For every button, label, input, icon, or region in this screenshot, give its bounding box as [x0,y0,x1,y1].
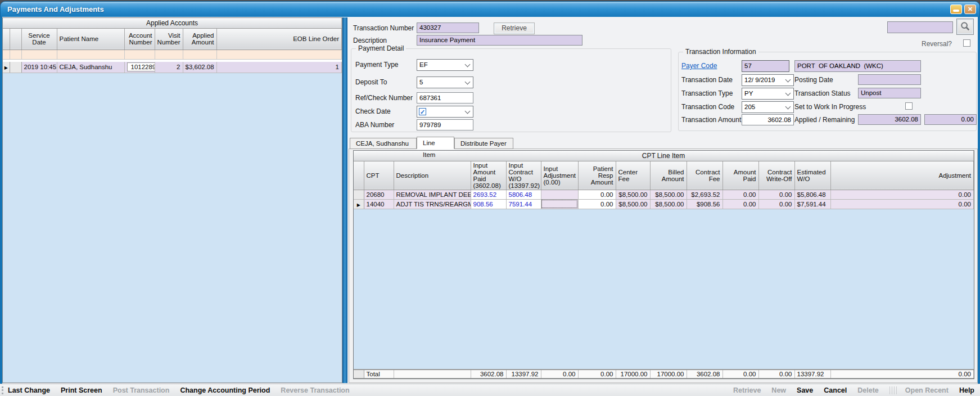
cell-contract-fee[interactable]: $2,693.52 [687,190,722,199]
col-contract-fee[interactable]: Contract Fee [687,161,722,190]
row-marker-icon [354,199,364,209]
cpt-row[interactable]: 20680 REMOVAL IMPLANT DEEP 2693.52 5806.… [354,190,974,199]
transaction-amount-field[interactable]: 3602.08 [742,114,794,125]
payer-code-link[interactable]: Payer Code [681,62,717,70]
check-date-picker[interactable]: 12/ 8/2019 [417,106,473,118]
col-adjustment[interactable]: Adjustment [830,161,974,190]
retrieve-button: Retrieve [733,386,761,394]
cell-eob-line-order[interactable]: 1 [216,62,342,73]
cell-description[interactable]: REMOVAL IMPLANT DEEP [394,190,471,199]
cell-input-adjustment-focused[interactable] [541,199,578,209]
cell-amount-paid[interactable]: 0.00 [722,190,758,199]
posting-date-label: Posting Date [794,76,833,84]
cell-input-contract-wo[interactable]: 5806.48 [506,190,541,199]
titlebar[interactable]: Payments And Adjustments [0,1,980,17]
cell-patient-name[interactable]: CEJA, Sudhanshu [57,62,124,73]
total-input-amount-paid: 3602.08 [471,370,506,379]
deposit-to-select[interactable]: 5 [417,76,473,88]
col-center-fee[interactable]: Center Fee [616,161,650,190]
cell-account-number[interactable]: 1012289 [124,62,155,73]
print-screen-button[interactable]: Print Screen [61,386,102,394]
tab-distribute-payer[interactable]: Distribute Payer [454,138,513,149]
transaction-status-label: Transaction Status [794,89,851,97]
col-eob-line-order[interactable]: EOB Line Order [216,28,342,50]
help-button[interactable]: Help [959,386,974,394]
col-input-amount-paid[interactable]: Input Amount Paid (3602.08) [471,161,506,190]
minimize-button[interactable] [950,4,962,14]
col-input-adjustment[interactable]: Input Adjustment (0.00) [541,161,578,190]
retrieve-button-top[interactable]: Retrieve [494,22,535,34]
col-patient-name[interactable]: Patient Name [57,28,124,50]
applied-account-row[interactable]: 2019 10:45:0 CEJA, Sudhanshu 1012289 2 $… [3,62,342,73]
cell-input-adjustment[interactable] [541,190,578,199]
ref-check-field[interactable]: 687361 [417,92,473,104]
cell-billed-amount[interactable]: $8,500.00 [650,190,687,199]
filter-row[interactable] [3,50,342,59]
cell-center-fee[interactable]: $8,500.00 [616,199,650,209]
cell-center-fee[interactable]: $8,500.00 [616,190,650,199]
grid-empty-area [354,209,974,370]
applied-remaining-label: Applied / Remaining [794,116,855,124]
col-billed-amount[interactable]: Billed Amount [650,161,687,190]
payer-code-field[interactable]: 57 [742,60,789,72]
transaction-number-field[interactable]: 430327 [417,22,479,33]
tab-line-item[interactable]: Line Item [417,137,454,149]
col-estimated-wo[interactable]: Estimated W/O [794,161,830,190]
col-patient-resp[interactable]: Patient Resp Amount [578,161,616,190]
cell-visit-number[interactable]: 2 [155,62,183,73]
cell-input-amount-paid[interactable]: 908.56 [471,199,506,209]
cell-patient-resp[interactable]: 0.00 [578,190,616,199]
check-date-checkbox[interactable] [419,108,426,115]
col-applied-amount[interactable]: Applied Amount [183,28,216,50]
search-input[interactable] [887,21,953,33]
cell-input-amount-paid[interactable]: 2693.52 [471,190,506,199]
reverse-transaction-button: Reverse Transaction [281,386,349,394]
cell-contract-writeoff[interactable]: 0.00 [758,190,794,199]
save-button[interactable]: Save [797,386,813,394]
cell-service-date[interactable]: 2019 10:45:0 [21,62,57,73]
payment-type-select[interactable]: EF [417,59,473,71]
cell-adjustment[interactable]: 0.00 [830,190,974,199]
cell-description[interactable]: ADJT TIS TRNS/REARGM [394,199,471,209]
cell-input-contract-wo[interactable]: 7591.44 [506,199,541,209]
cell-estimated-wo[interactable]: $5,806.48 [794,190,830,199]
cell-patient-resp[interactable]: 0.00 [578,199,616,209]
col-visit-number[interactable]: Visit Number [155,28,183,50]
col-contract-writeoff[interactable]: Contract Write-Off [758,161,794,190]
last-change-button[interactable]: Last Change [8,386,50,394]
cell-cpt[interactable]: 14040 [364,199,394,209]
aba-field[interactable]: 979789 [417,119,473,130]
account-number-box[interactable]: 1012289 [127,62,155,71]
search-button[interactable] [956,19,974,35]
cpt-table-caption: CPT Line Item [354,151,974,161]
cell-amount-paid[interactable]: 0.00 [722,199,758,209]
cell-applied-amount[interactable]: $3,602.08 [183,62,216,73]
close-button[interactable] [964,4,976,14]
cell-contract-writeoff[interactable]: 0.00 [758,199,794,209]
reversal-checkbox[interactable] [963,39,970,47]
col-cpt[interactable]: CPT [364,161,394,190]
chevron-down-icon [785,104,791,109]
wip-checkbox[interactable] [905,102,913,110]
col-input-contract-wo[interactable]: Input Contract W/O (13397.92) [506,161,541,190]
tab-patient[interactable]: CEJA, Sudhanshu [350,138,417,149]
cell-adjustment[interactable]: 0.00 [830,199,974,209]
cancel-button[interactable]: Cancel [824,386,847,394]
col-service-date[interactable]: Service Date [21,28,57,50]
col-description[interactable]: Description [394,161,471,190]
transaction-date-picker[interactable]: 12/ 9/2019 [742,74,794,86]
cell-contract-fee[interactable]: $908.56 [687,199,722,209]
cpt-total-row: Total 3602.08 13397.92 0.00 0.00 17000.0… [354,370,974,379]
payments-adjustments-window: Payments And Adjustments Applied Account… [0,0,980,396]
cell-cpt[interactable]: 20680 [364,190,394,199]
cpt-row-selected[interactable]: 14040 ADJT TIS TRNS/REARGM 908.56 7591.4… [354,199,974,209]
cell-billed-amount[interactable]: $8,500.00 [650,199,687,209]
col-amount-paid[interactable]: Amount Paid [722,161,758,190]
col-account-number[interactable]: Account Number [124,28,155,50]
change-accounting-period-button[interactable]: Change Accounting Period [180,386,270,394]
payment-type-label: Payment Type [355,61,399,69]
cell-estimated-wo[interactable]: $7,591.44 [794,199,830,209]
transaction-code-select[interactable]: 205 [742,101,794,113]
transaction-type-select[interactable]: PY [742,88,794,100]
description-field[interactable]: Insurance Payment [417,35,582,46]
